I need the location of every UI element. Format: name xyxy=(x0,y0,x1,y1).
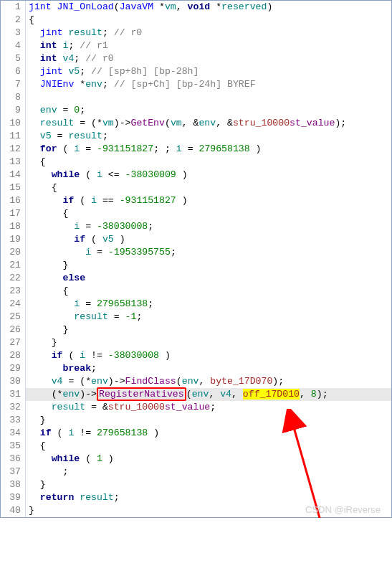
code-line: 26 } xyxy=(1,323,391,336)
code-line: 16 if ( i == -931151827 ) xyxy=(1,194,391,207)
code-line: 24 i = 279658138; xyxy=(1,298,391,311)
code-line: 38 } xyxy=(1,478,391,491)
code-line: 2{ xyxy=(1,14,391,27)
code-line-highlighted: 31 (*env)->RegisterNatives(env, v4, off_… xyxy=(1,388,391,401)
code-line: 1jint JNI_OnLoad(JavaVM *vm, void *reser… xyxy=(1,1,391,14)
code-line: 11 v5 = result; xyxy=(1,130,391,143)
func-name: JNI_OnLoad xyxy=(57,1,114,12)
code-line: 3 jint result; // r0 xyxy=(1,27,391,39)
code-line: 5 int v4; // r0 xyxy=(1,52,391,65)
code-line: 37 ; xyxy=(1,466,391,478)
code-line: 15 { xyxy=(1,181,391,194)
code-line: 39 return result; xyxy=(1,491,391,504)
code-line: 18 i = -38030008; xyxy=(1,220,391,233)
code-line: 22 else xyxy=(1,272,391,285)
code-line: 34 if ( i != 279658138 ) xyxy=(1,427,391,440)
boxed-identifier: RegisterNatives xyxy=(97,387,186,401)
code-line: 32 result = &stru_10000st_value; xyxy=(1,401,391,414)
code-line: 14 while ( i <= -38030009 ) xyxy=(1,169,391,181)
code-line: 21 } xyxy=(1,259,391,272)
code-line: 17 { xyxy=(1,207,391,220)
code-line: 35 { xyxy=(1,440,391,453)
code-line: 30 v4 = (*env)->FindClass(env, byte_17D0… xyxy=(1,375,391,388)
highlighted-identifier: off_17D010 xyxy=(243,389,300,400)
code-line: 7 JNIEnv *env; // [sp+Ch] [bp-24h] BYREF xyxy=(1,78,391,91)
code-line: 25 result = -1; xyxy=(1,311,391,323)
code-line: 23 { xyxy=(1,285,391,298)
code-line: 27 } xyxy=(1,336,391,349)
code-line: 33 } xyxy=(1,414,391,427)
code-line: 8 xyxy=(1,91,391,104)
code-line: 6 jint v5; // [sp+8h] [bp-28h] xyxy=(1,65,391,78)
code-line: 9 env = 0; xyxy=(1,104,391,117)
code-line: 20 i = -1953395755; xyxy=(1,246,391,259)
code-line: 40} xyxy=(1,504,391,517)
code-line: 36 while ( 1 ) xyxy=(1,453,391,466)
code-line: 4 int i; // r1 xyxy=(1,39,391,52)
code-line: 28 if ( i != -38030008 ) xyxy=(1,349,391,362)
code-line: 10 result = (*vm)->GetEnv(vm, &env, &str… xyxy=(1,117,391,130)
code-line: 19 if ( v5 ) xyxy=(1,233,391,246)
code-line: 13 { xyxy=(1,156,391,169)
code-line: 12 for ( i = -931151827; ; i = 279658138… xyxy=(1,143,391,156)
line-number: 1 xyxy=(1,1,26,14)
comment: // r0 xyxy=(114,27,143,38)
code-viewer: 1jint JNI_OnLoad(JavaVM *vm, void *reser… xyxy=(0,0,392,518)
type: jint xyxy=(29,1,52,12)
code-line: 29 break; xyxy=(1,362,391,375)
